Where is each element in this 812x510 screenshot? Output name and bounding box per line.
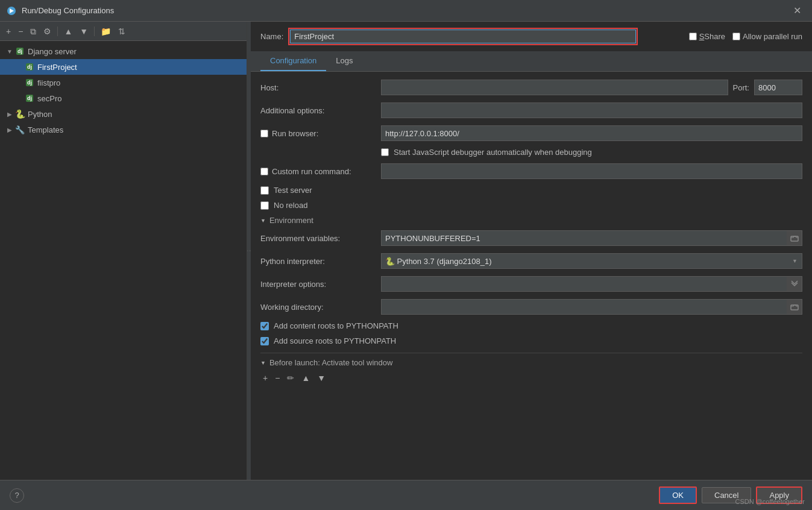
templates-expand-arrow: ▶: [5, 125, 14, 134]
tree-group-templates[interactable]: ▶ 🔧 Templates: [0, 122, 247, 137]
test-server-checkbox[interactable]: [260, 186, 269, 195]
templates-icon: 🔧: [14, 125, 25, 134]
additional-options-row: Additional options:: [260, 102, 802, 119]
folder-button[interactable]: 📁: [98, 26, 113, 37]
share-checkbox[interactable]: [689, 33, 697, 40]
secpro-arrow: [14, 93, 24, 103]
before-launch-up-button[interactable]: ▲: [299, 372, 312, 384]
python-icon: 🐍: [14, 109, 25, 119]
copy-config-button[interactable]: ⧉: [28, 26, 39, 37]
env-vars-row: Environment variables:: [260, 230, 802, 247]
left-panel: + − ⧉ ⚙ ▲ ▼ 📁 ⇅ ▼ dj Django server: [0, 22, 247, 480]
before-launch-header: ▼ Before launch: Activate tool window: [260, 358, 802, 367]
firstproject-icon: dj: [24, 62, 35, 72]
env-vars-browse-button[interactable]: [787, 230, 802, 246]
sort-button[interactable]: ⇅: [116, 26, 128, 37]
help-button[interactable]: ?: [10, 488, 24, 503]
before-launch-edit-button[interactable]: ✏: [285, 372, 297, 384]
add-source-roots-row: Add source roots to PYTHONPATH: [260, 336, 802, 345]
tab-logs[interactable]: Logs: [326, 51, 362, 71]
environment-arrow: ▼: [260, 218, 266, 224]
add-content-roots-checkbox[interactable]: [260, 322, 269, 330]
django-expand-arrow: ▼: [5, 46, 14, 56]
no-reload-row: No reload: [260, 201, 802, 210]
env-vars-label: Environment variables:: [260, 234, 381, 243]
add-content-roots-label: Add content roots to PYTHONPATH: [274, 321, 398, 330]
main-container: + − ⧉ ⚙ ▲ ▼ 📁 ⇅ ▼ dj Django server: [0, 22, 812, 480]
fiistpro-label: fiistpro: [37, 78, 60, 87]
before-launch-down-button[interactable]: ▼: [315, 372, 328, 384]
host-row: Host: Port:: [260, 79, 802, 96]
add-source-roots-checkbox[interactable]: [260, 337, 269, 345]
js-debugger-checkbox[interactable]: [381, 148, 389, 156]
name-input[interactable]: [290, 30, 636, 43]
working-dir-input[interactable]: [381, 299, 787, 315]
templates-label: Templates: [28, 125, 63, 134]
name-label: Name:: [260, 32, 283, 41]
environment-section-header: ▼ Environment: [260, 216, 802, 225]
settings-button[interactable]: ⚙: [41, 26, 54, 37]
cancel-button[interactable]: Cancel: [702, 487, 751, 503]
interpreter-options-row: Interpreter options:: [260, 275, 802, 292]
add-config-button[interactable]: +: [4, 26, 13, 37]
python-interpreter-select[interactable]: 🐍 Python 3.7 (django2108_1): [381, 253, 802, 269]
secpro-icon: dj: [24, 93, 35, 103]
tab-configuration[interactable]: Configuration: [260, 51, 326, 71]
run-browser-checkbox[interactable]: [260, 130, 268, 137]
no-reload-label: No reload: [274, 201, 307, 210]
host-input[interactable]: [381, 80, 728, 95]
port-label: Port:: [733, 83, 749, 92]
run-browser-url-input[interactable]: [381, 125, 802, 141]
tree-item-firstproject[interactable]: dj FirstProject: [0, 59, 247, 75]
interpreter-options-input-wrapper: [381, 276, 802, 292]
interpreter-options-input[interactable]: [381, 276, 787, 292]
port-input[interactable]: [754, 80, 802, 95]
firstproject-arrow: [14, 62, 24, 72]
custom-run-input[interactable]: [381, 163, 802, 179]
env-vars-input-wrapper: [381, 230, 802, 246]
before-launch-add-button[interactable]: +: [260, 372, 270, 384]
interpreter-options-expand-button[interactable]: [787, 276, 802, 292]
add-source-roots-label: Add source roots to PYTHONPATH: [274, 336, 396, 345]
tree-group-django[interactable]: ▼ dj Django server: [0, 43, 247, 59]
remove-config-button[interactable]: −: [16, 26, 25, 37]
before-launch-remove-button[interactable]: −: [272, 372, 282, 384]
env-vars-input[interactable]: [381, 230, 787, 246]
app-icon: [6, 5, 17, 16]
tree-group-python[interactable]: ▶ 🐍 Python: [0, 106, 247, 122]
add-content-roots-row: Add content roots to PYTHONPATH: [260, 321, 802, 330]
working-dir-browse-button[interactable]: [787, 299, 802, 315]
toolbar-separator-2: [94, 27, 95, 36]
close-button[interactable]: ✕: [788, 2, 806, 19]
tree-item-secpro[interactable]: dj secPro: [0, 90, 247, 106]
working-dir-label: Working directory:: [260, 303, 381, 312]
ok-button[interactable]: OK: [659, 486, 697, 504]
share-checkbox-label[interactable]: SShare: [689, 32, 725, 41]
tree-item-fiistpro[interactable]: dj fiistpro: [0, 75, 247, 90]
before-launch-toolbar: + − ✏ ▲ ▼: [260, 372, 802, 384]
no-reload-checkbox[interactable]: [260, 201, 269, 210]
config-tabs: Configuration Logs: [251, 51, 812, 72]
allow-parallel-checkbox-label[interactable]: Allow parallel run: [732, 32, 802, 41]
test-server-label: Test server: [274, 186, 312, 195]
custom-run-checkbox[interactable]: [260, 168, 268, 175]
python-expand-arrow: ▶: [5, 109, 14, 119]
custom-run-label: Custom run command:: [272, 167, 351, 176]
additional-options-input[interactable]: [381, 102, 802, 118]
move-up-button[interactable]: ▲: [61, 26, 75, 37]
host-label: Host:: [260, 83, 381, 92]
python-interpreter-row: Python interpreter: 🐍 Python 3.7 (django…: [260, 253, 802, 269]
fiistpro-arrow: [14, 78, 24, 87]
interpreter-options-label: Interpreter options:: [260, 280, 381, 289]
share-label: SShare: [699, 32, 725, 41]
fiistpro-icon: dj: [24, 78, 35, 87]
working-dir-input-wrapper: [381, 299, 802, 315]
title-bar: Run/Debug Configurations ✕: [0, 0, 812, 22]
allow-parallel-checkbox[interactable]: [732, 33, 740, 40]
test-server-row: Test server: [260, 186, 802, 195]
name-row: Name: SShare Allow parallel run: [251, 22, 812, 51]
move-down-button[interactable]: ▼: [77, 26, 90, 37]
apply-button[interactable]: Apply: [756, 486, 802, 504]
python-interpreter-select-wrapper: 🐍 Python 3.7 (django2108_1): [381, 253, 802, 269]
django-server-icon: dj: [14, 46, 25, 56]
